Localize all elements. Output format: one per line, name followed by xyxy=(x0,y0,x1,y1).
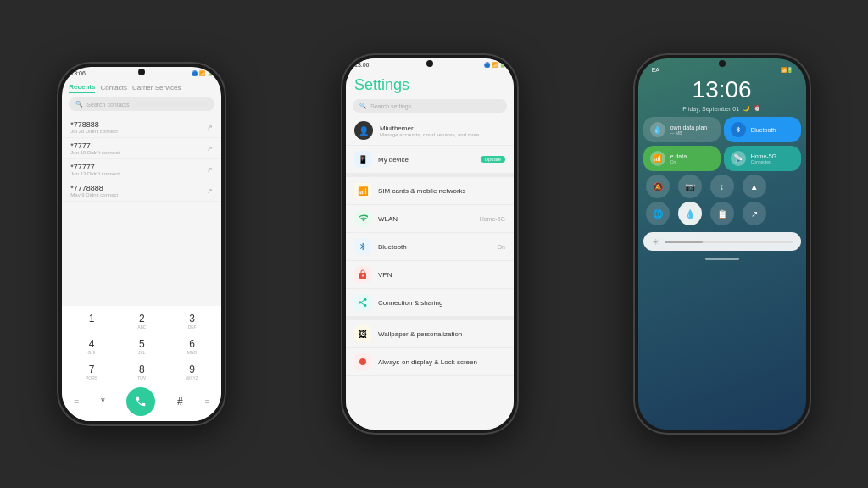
call-item[interactable]: *778888 Jul 26 Didn't connect ↗ xyxy=(62,117,221,138)
phone-quick-settings: EA 📶🔋 13:06 Friday, September 01 🌙 ⏰ 💧 o… xyxy=(633,53,811,435)
qs-btn-globe[interactable]: 🌐 xyxy=(646,202,670,225)
qs-btn-camera[interactable]: 📷 xyxy=(678,175,702,198)
status-label: EA xyxy=(652,67,659,73)
device-label: My device xyxy=(378,156,409,164)
settings-item-always-on[interactable]: Always-on display & Lock screen xyxy=(346,348,514,376)
key-1[interactable]: 1 xyxy=(67,309,115,333)
settings-item-vpn[interactable]: VPN xyxy=(346,261,514,289)
device-icon: 📱 xyxy=(354,151,371,168)
key-hash[interactable]: # xyxy=(175,392,185,411)
call-info: Jul 26 Didn't connect xyxy=(70,129,118,134)
call-info: Jun 19 Didn't connect xyxy=(70,150,120,155)
key-4[interactable]: 4GHI xyxy=(67,335,115,358)
qs-btn-rotate[interactable]: ↕ xyxy=(710,175,734,198)
contact-search-bar[interactable]: 🔍 Search contacts xyxy=(69,97,214,111)
camera-notch-3 xyxy=(719,60,726,67)
settings-item-wlan[interactable]: WLAN Home-5G xyxy=(346,205,514,233)
bluetooth-icon xyxy=(354,238,371,255)
settings-search-bar[interactable]: 🔍 Search settings xyxy=(353,99,507,113)
camera-notch xyxy=(138,69,145,75)
brightness-fill xyxy=(665,241,703,243)
qs-bluetooth-icon xyxy=(731,122,746,137)
account-sub: Manage accounts, cloud services, and mor… xyxy=(380,132,479,137)
settings-item-wallpaper[interactable]: 🖼 Wallpaper & personalization xyxy=(346,320,514,348)
keypad-bottom-row: = * # = xyxy=(67,384,216,416)
connection-label: Connection & sharing xyxy=(378,299,443,307)
key-star[interactable]: * xyxy=(99,392,107,411)
status-icons-2: 🔵 📶 🔋 xyxy=(484,62,505,68)
vpn-icon xyxy=(354,266,371,283)
dialer-screen: 13:06 🔵 📶 🔋 Recents Contacts Carrier Ser… xyxy=(62,67,221,421)
call-button[interactable] xyxy=(126,387,155,416)
qs-tile-mobile-data[interactable]: 📶 e data On xyxy=(643,146,721,171)
sim-label: SIM cards & mobile networks xyxy=(378,187,466,195)
key-9[interactable]: 9WXYZ xyxy=(168,360,216,384)
connection-icon xyxy=(354,294,371,311)
qs-tile-wifi[interactable]: 📡 Home-5G Connected xyxy=(724,146,801,171)
tab-contacts[interactable]: Contacts xyxy=(100,82,127,93)
qs-btn-bell[interactable]: 🔕 xyxy=(646,175,670,198)
account-text: Miuithemer Manage accounts, cloud servic… xyxy=(380,125,479,137)
settings-screen: 13:06 🔵 📶 🔋 Settings 🔍 Search settings 👤 xyxy=(346,58,514,430)
call-arrow: ↗ xyxy=(207,187,213,195)
qs-tile-data[interactable]: 💧 own data plan — MB xyxy=(643,117,721,142)
call-item[interactable]: *77777 Jun 13 Didn't connect ↗ xyxy=(62,159,221,180)
tab-carrier[interactable]: Carrier Services xyxy=(132,82,181,93)
call-arrow: ↗ xyxy=(207,124,213,131)
search-icon: 🔍 xyxy=(75,101,83,108)
search-icon-settings: 🔍 xyxy=(359,103,367,109)
qs-btn-water[interactable]: 💧 xyxy=(678,202,702,225)
quick-settings-screen: EA 📶🔋 13:06 Friday, September 01 🌙 ⏰ 💧 o… xyxy=(638,58,806,430)
call-arrow: ↗ xyxy=(207,166,213,174)
bluetooth-value: On xyxy=(498,244,505,250)
settings-item-account[interactable]: 👤 Miuithemer Manage accounts, cloud serv… xyxy=(346,116,514,146)
key-2[interactable]: 2ABC xyxy=(118,309,166,333)
wallpaper-label: Wallpaper & personalization xyxy=(378,330,462,338)
settings-item-device[interactable]: 📱 My device Update xyxy=(346,146,514,174)
call-arrow: ↗ xyxy=(207,145,213,152)
wlan-value: Home-5G xyxy=(480,216,505,222)
qs-buttons-row1: 🔕 📷 ↕ ▲ xyxy=(643,175,801,198)
key-5[interactable]: 5JKL xyxy=(118,335,166,358)
qs-btn-arrow[interactable]: ↗ xyxy=(743,202,766,225)
call-info: Jun 13 Didn't connect xyxy=(70,171,120,176)
sim-icon: 📶 xyxy=(354,182,371,199)
qs-buttons-row2: 🌐 💧 📋 ↗ xyxy=(643,202,801,225)
settings-search-placeholder: Search settings xyxy=(370,103,411,109)
account-label: Miuithemer xyxy=(380,125,479,132)
key-6[interactable]: 6MNO xyxy=(168,335,216,358)
qs-tile-bluetooth[interactable]: Bluetooth xyxy=(724,117,801,142)
key-3[interactable]: 3DEF xyxy=(168,309,216,333)
call-item[interactable]: *7778888 May 9 Didn't connect ↗ xyxy=(62,180,221,202)
qs-btn-clipboard[interactable]: 📋 xyxy=(710,202,734,225)
phone-settings: 13:06 🔵 📶 🔋 Settings 🔍 Search settings 👤 xyxy=(341,53,519,435)
svg-point-0 xyxy=(359,358,366,365)
dialer-tabs: Recents Contacts Carrier Services xyxy=(62,78,221,95)
settings-item-sim[interactable]: 📶 SIM cards & mobile networks xyxy=(346,177,514,205)
brightness-icon: ☀ xyxy=(652,237,659,247)
phone-dialer: 13:06 🔵 📶 🔋 Recents Contacts Carrier Ser… xyxy=(57,62,226,426)
brightness-control[interactable]: ☀ xyxy=(643,232,801,251)
qs-btn-location[interactable]: ▲ xyxy=(743,175,766,198)
qs-time: 13:06 xyxy=(643,76,801,103)
call-number: *77777 xyxy=(70,163,120,171)
settings-item-bluetooth[interactable]: Bluetooth On xyxy=(346,233,514,261)
call-number: *7778888 xyxy=(70,184,118,192)
call-item[interactable]: *7777 Jun 19 Didn't connect ↗ xyxy=(62,138,221,159)
brightness-slider[interactable] xyxy=(665,241,793,243)
settings-list: 👤 Miuithemer Manage accounts, cloud serv… xyxy=(346,116,514,430)
home-indicator[interactable] xyxy=(705,258,739,260)
tab-recents[interactable]: Recents xyxy=(69,81,95,93)
account-avatar: 👤 xyxy=(354,121,373,140)
qs-date: Friday, September 01 🌙 ⏰ xyxy=(643,105,801,112)
update-badge: Update xyxy=(481,156,505,163)
wlan-label: WLAN xyxy=(378,215,398,223)
key-8[interactable]: 8TUV xyxy=(118,360,166,384)
settings-item-connection[interactable]: Connection & sharing xyxy=(346,289,514,317)
call-number: *778888 xyxy=(70,120,118,129)
wlan-icon xyxy=(354,210,371,227)
key-7[interactable]: 7PQRS xyxy=(67,360,115,384)
wifi-qs-icon: 📡 xyxy=(731,151,746,166)
data-plan-icon: 💧 xyxy=(650,122,665,137)
call-list: *778888 Jul 26 Didn't connect ↗ *7777 Ju… xyxy=(62,114,221,306)
